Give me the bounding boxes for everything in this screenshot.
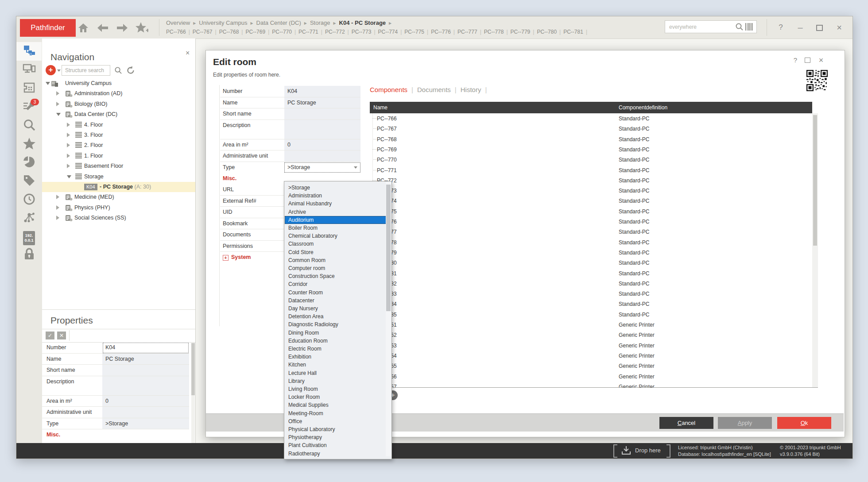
table-row[interactable]: PR--757Generic Printer xyxy=(370,382,812,387)
collapsed-arrow-icon[interactable] xyxy=(56,205,59,210)
dropdown-option[interactable]: Chemical Laboratory xyxy=(285,232,388,240)
sidebar-item-clock[interactable] xyxy=(16,191,42,209)
pc-link[interactable]: PC--781 xyxy=(563,29,583,35)
tree-item[interactable]: 1. Floor xyxy=(42,151,195,161)
drop-here-label[interactable]: Drop here xyxy=(635,447,661,454)
panel-close-icon[interactable]: × xyxy=(186,49,190,57)
pc-link[interactable]: PC--773 xyxy=(352,29,372,35)
pc-link[interactable]: PC--766 xyxy=(166,29,186,35)
dropdown-option[interactable]: Animal Husbandry xyxy=(285,200,388,208)
sidebar-item-topology[interactable] xyxy=(16,209,42,228)
table-row[interactable]: PC--777Standard-PC xyxy=(370,227,812,237)
table-row[interactable]: PC--779Standard-PC xyxy=(370,247,812,258)
cancel-button[interactable]: Cancel xyxy=(659,417,713,429)
structure-search[interactable] xyxy=(62,65,110,76)
add-node-button[interactable]: + xyxy=(46,65,56,75)
dropdown-option[interactable]: >Storage xyxy=(285,184,388,192)
dialog-maximize-button[interactable] xyxy=(805,58,810,63)
dropdown-option[interactable]: Counter Room xyxy=(285,289,388,297)
dropdown-option[interactable]: Physiotherapy xyxy=(285,433,388,441)
search-icon[interactable] xyxy=(735,23,744,31)
sidebar-item-search[interactable] xyxy=(16,116,42,135)
global-search[interactable] xyxy=(665,20,757,33)
dropdown-option[interactable]: Education Room xyxy=(285,337,388,345)
table-row[interactable]: PR--752Generic Printer xyxy=(370,330,812,340)
table-row[interactable]: PC--773Standard-PC xyxy=(370,185,812,196)
dropdown-option[interactable]: Exhibition xyxy=(285,353,388,361)
collapsed-arrow-icon[interactable] xyxy=(67,133,70,137)
table-row[interactable]: PR--753Generic Printer xyxy=(370,340,812,351)
expanded-arrow-icon[interactable] xyxy=(46,82,50,85)
table-row[interactable]: PC--785Standard-PC xyxy=(370,309,812,320)
dropdown-option[interactable]: Kitchen xyxy=(285,361,388,369)
breadcrumb-item[interactable]: Data Center (DC) xyxy=(256,19,301,26)
field-value[interactable] xyxy=(284,150,360,162)
pc-link[interactable]: PC--768 xyxy=(219,29,239,35)
collapsed-arrow-icon[interactable] xyxy=(56,216,59,220)
table-row[interactable]: PC--781Standard-PC xyxy=(370,268,812,278)
collapsed-arrow-icon[interactable] xyxy=(56,102,59,106)
collapsed-arrow-icon[interactable] xyxy=(67,164,70,168)
table-row[interactable]: PC--770Standard-PC xyxy=(370,154,812,165)
dropdown-option[interactable]: Electric Room xyxy=(285,345,388,353)
field-value[interactable]: 0 xyxy=(284,139,360,151)
table-row[interactable]: PC--766Standard-PC xyxy=(370,113,812,123)
add-node-caret-icon[interactable] xyxy=(57,69,61,72)
barcode-icon[interactable] xyxy=(745,23,753,31)
forward-button[interactable] xyxy=(116,21,129,35)
combobox-caret-icon[interactable] xyxy=(354,166,357,169)
pc-link[interactable]: PC--777 xyxy=(457,29,477,35)
pc-quicklinks[interactable]: PC--766|PC--767|PC--768|PC--769|PC--770|… xyxy=(166,29,590,35)
dropdown-option[interactable]: Library xyxy=(285,377,388,385)
dropdown-option[interactable]: Living Room xyxy=(285,385,388,393)
breadcrumb-item[interactable]: K04 - PC Storage xyxy=(339,19,386,26)
sidebar-item-structure-tree[interactable] xyxy=(16,42,42,61)
sidebar-item-devices[interactable] xyxy=(16,61,42,79)
dialog-help-button[interactable]: ? xyxy=(790,55,801,65)
pc-link[interactable]: PC--774 xyxy=(378,29,398,35)
table-row[interactable]: PR--755Generic Printer xyxy=(370,361,812,371)
field-value[interactable] xyxy=(284,108,360,120)
add-favorite-button[interactable] xyxy=(135,21,148,35)
collapsed-arrow-icon[interactable] xyxy=(67,123,70,127)
dropdown-option[interactable]: Diagnostic Radiology xyxy=(285,320,388,328)
collapsed-arrow-icon[interactable] xyxy=(67,154,70,158)
table-row[interactable]: PC--782Standard-PC xyxy=(370,278,812,289)
dropdown-option[interactable]: Day Nursery xyxy=(285,305,388,312)
tree-item[interactable]: Administration (AD) xyxy=(42,89,195,99)
table-row[interactable]: PC--784Standard-PC xyxy=(370,299,812,309)
field-value[interactable]: >Storage xyxy=(102,418,189,430)
table-row[interactable]: PC--768Standard-PC xyxy=(370,134,812,144)
dropdown-option[interactable]: Common Room xyxy=(285,256,388,264)
expand-section-icon[interactable]: + xyxy=(223,255,229,261)
table-row[interactable]: PR--756Generic Printer xyxy=(370,371,812,382)
dropdown-option[interactable]: Corridor xyxy=(285,280,388,288)
tree-item[interactable]: Basement Floor xyxy=(42,161,195,171)
pc-link[interactable]: PC--778 xyxy=(484,29,504,35)
pc-link[interactable]: PC--767 xyxy=(193,29,213,35)
dropdown-option[interactable]: Office xyxy=(285,417,388,425)
expanded-arrow-icon[interactable] xyxy=(67,175,71,178)
dropdown-option[interactable]: Archive xyxy=(285,208,388,216)
collapsed-arrow-icon[interactable] xyxy=(56,195,59,199)
search-input[interactable] xyxy=(668,22,732,31)
field-value[interactable] xyxy=(102,365,189,376)
dropdown-option[interactable]: Radiotherapy xyxy=(285,450,388,458)
dropdown-option[interactable]: Classroom xyxy=(285,240,388,248)
pc-link[interactable]: PC--769 xyxy=(245,29,265,35)
breadcrumb[interactable]: Overview▶University Campus▶Data Center (… xyxy=(166,19,395,26)
table-row[interactable]: PC--767Standard-PC xyxy=(370,123,812,134)
dropdown-option[interactable]: Computer room xyxy=(285,264,388,272)
table-row[interactable]: PC--776Standard-PC xyxy=(370,216,812,227)
tree-item[interactable]: University Campus xyxy=(42,78,195,89)
dropdown-option[interactable]: Detention Area xyxy=(285,312,388,320)
back-button[interactable] xyxy=(96,21,109,35)
breadcrumb-item[interactable]: Storage xyxy=(310,19,330,26)
table-row[interactable]: PR--751Generic Printer xyxy=(370,320,812,330)
tree-item[interactable]: Social Sciences (SS) xyxy=(42,213,195,223)
dropdown-option[interactable]: Dining Room xyxy=(285,329,388,337)
pc-link[interactable]: PC--780 xyxy=(537,29,557,35)
dropdown-option[interactable]: Lecture Hall xyxy=(285,369,388,377)
dropdown-option[interactable]: Physical Laboratory xyxy=(285,425,388,433)
help-button[interactable]: ? xyxy=(775,22,787,33)
